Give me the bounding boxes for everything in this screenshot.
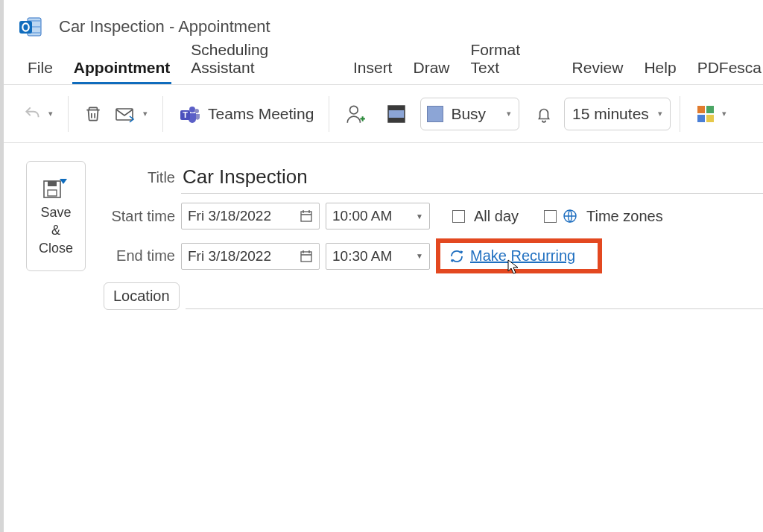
location-input[interactable] bbox=[186, 284, 763, 309]
reminder-dropdown[interactable]: 15 minutes ▾ bbox=[564, 98, 671, 130]
end-time-value: 10:30 AM bbox=[332, 248, 392, 265]
title-label: Title bbox=[104, 169, 175, 186]
save-label-2: & bbox=[51, 223, 60, 238]
ribbon-tabs: File Appointment Scheduling Assistant In… bbox=[4, 54, 763, 85]
reminder-bell-button[interactable] bbox=[528, 99, 560, 129]
time-zones-checkbox[interactable] bbox=[544, 210, 557, 223]
busy-color-icon bbox=[427, 106, 443, 122]
svg-rect-19 bbox=[301, 212, 311, 221]
person-plus-icon bbox=[344, 103, 367, 125]
show-as-label: Busy bbox=[451, 105, 486, 123]
svg-point-5 bbox=[194, 109, 199, 113]
show-as-swatch-button[interactable] bbox=[380, 99, 413, 129]
teams-meeting-label: Teams Meeting bbox=[208, 105, 314, 123]
teams-icon: T bbox=[178, 103, 200, 125]
delete-button[interactable] bbox=[77, 99, 109, 129]
save-label-3: Close bbox=[39, 241, 73, 256]
svg-point-4 bbox=[189, 107, 195, 113]
svg-rect-14 bbox=[697, 115, 705, 122]
svg-rect-13 bbox=[706, 106, 714, 113]
start-date-picker[interactable]: Fri 3/18/2022 bbox=[181, 203, 320, 229]
svg-rect-10 bbox=[388, 106, 405, 110]
svg-rect-12 bbox=[697, 106, 705, 113]
tab-format-text[interactable]: Format Text bbox=[469, 41, 552, 84]
categories-icon bbox=[695, 104, 716, 124]
tab-pdfescape[interactable]: PDFesca bbox=[696, 59, 763, 84]
svg-rect-18 bbox=[48, 190, 57, 196]
tab-appointment[interactable]: Appointment bbox=[72, 59, 171, 84]
svg-rect-17 bbox=[48, 181, 57, 186]
recurrence-icon bbox=[449, 249, 464, 264]
undo-icon bbox=[23, 104, 42, 124]
ribbon-toolbar: ▾ ▾ T Teams Meeting bbox=[4, 85, 763, 143]
tab-scheduling[interactable]: Scheduling Assistant bbox=[189, 41, 334, 84]
end-time-label: End time bbox=[104, 247, 175, 265]
end-date-value: Fri 3/18/2022 bbox=[188, 248, 271, 265]
bell-icon bbox=[534, 104, 554, 124]
calendar-icon bbox=[300, 250, 313, 263]
forward-button[interactable]: ▾ bbox=[109, 101, 153, 127]
title-input[interactable] bbox=[181, 161, 763, 194]
save-label-1: Save bbox=[40, 205, 71, 220]
tab-insert[interactable]: Insert bbox=[352, 59, 394, 84]
tab-help[interactable]: Help bbox=[642, 59, 677, 84]
start-time-value: 10:00 AM bbox=[332, 208, 392, 224]
svg-text:T: T bbox=[183, 110, 188, 119]
start-time-picker[interactable]: 10:00 AM ▼ bbox=[326, 203, 430, 229]
invite-attendees-button[interactable] bbox=[338, 98, 373, 130]
outlook-app-icon bbox=[19, 15, 42, 39]
color-swatch-icon bbox=[386, 104, 407, 124]
undo-button[interactable]: ▾ bbox=[17, 100, 59, 128]
reminder-label: 15 minutes bbox=[572, 105, 649, 123]
show-as-dropdown[interactable]: Busy ▾ bbox=[420, 98, 519, 130]
svg-rect-11 bbox=[388, 118, 405, 122]
highlight-box: Make Recurring bbox=[436, 238, 602, 273]
calendar-icon bbox=[300, 209, 313, 223]
teams-meeting-button[interactable]: T Teams Meeting bbox=[172, 98, 320, 130]
svg-rect-21 bbox=[301, 252, 311, 262]
location-button[interactable]: Location bbox=[104, 282, 180, 310]
envelope-arrow-icon bbox=[115, 105, 137, 123]
start-time-label: Start time bbox=[104, 208, 175, 225]
trash-icon bbox=[83, 104, 103, 124]
svg-point-8 bbox=[350, 106, 358, 114]
save-close-button[interactable]: Save&Close bbox=[26, 161, 86, 271]
end-date-picker[interactable]: Fri 3/18/2022 bbox=[181, 243, 320, 270]
end-time-picker[interactable]: 10:30 AM ▼ bbox=[326, 243, 430, 270]
svg-rect-3 bbox=[116, 109, 133, 120]
time-zones-label: Time zones bbox=[586, 208, 663, 225]
tab-review[interactable]: Review bbox=[571, 59, 625, 84]
all-day-checkbox[interactable] bbox=[452, 210, 465, 223]
window-title: Car Inspection - Appointment bbox=[59, 17, 270, 37]
save-icon bbox=[42, 175, 69, 199]
make-recurring-link[interactable]: Make Recurring bbox=[470, 247, 575, 265]
svg-rect-15 bbox=[706, 115, 714, 122]
categorize-button[interactable]: ▾ bbox=[689, 99, 732, 129]
tab-draw[interactable]: Draw bbox=[411, 59, 451, 84]
all-day-label: All day bbox=[474, 208, 519, 225]
tab-file[interactable]: File bbox=[26, 59, 54, 84]
start-date-value: Fri 3/18/2022 bbox=[188, 208, 271, 224]
globe-icon bbox=[563, 209, 577, 224]
